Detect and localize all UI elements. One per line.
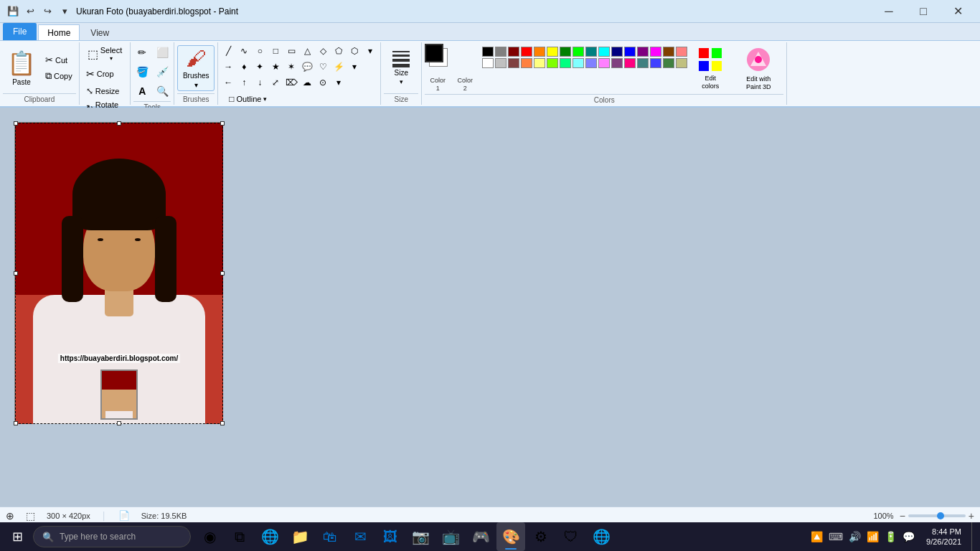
close-button[interactable]: ✕ [941, 0, 974, 23]
color1-box[interactable] [425, 44, 443, 62]
rect-shape[interactable]: □ [268, 44, 283, 58]
systray-up-arrow[interactable]: 🔼 [809, 529, 824, 544]
color-swatch[interactable] [508, 47, 519, 57]
color-swatch[interactable] [676, 58, 687, 68]
fill-tool[interactable]: 🪣 [133, 63, 151, 80]
color-swatch[interactable] [663, 47, 674, 57]
color-swatch[interactable] [611, 58, 623, 68]
taskbar-store[interactable]: 🛍 [316, 522, 344, 551]
curve-shape[interactable]: ∿ [237, 44, 251, 58]
systray-battery[interactable]: 🔋 [883, 529, 898, 544]
color-swatch[interactable] [637, 58, 649, 68]
color-swatch[interactable] [611, 47, 623, 57]
pentagon-shape[interactable]: ⬠ [331, 44, 346, 58]
taskbar-photos[interactable]: 🖼 [376, 522, 405, 551]
new-canvas-icon[interactable]: ⊕ [6, 510, 14, 522]
select-button[interactable]: ⬚ Select ▾ [83, 44, 128, 64]
save-qat-button[interactable]: 💾 [6, 4, 20, 19]
star4-shape[interactable]: ✦ [253, 60, 267, 74]
hexagon-shape[interactable]: ⬡ [347, 44, 362, 58]
picker-tool[interactable]: 💉 [154, 63, 171, 80]
color-swatch[interactable] [585, 58, 597, 68]
qat-dropdown-button[interactable]: ▾ [57, 4, 72, 19]
shapes-row3-more[interactable]: ▾ [331, 75, 346, 90]
paste-button[interactable]: 📋 Paste [3, 45, 40, 91]
cut-button[interactable]: ✂ Cut [42, 53, 76, 67]
zoom-track[interactable] [908, 514, 966, 517]
magnifier-tool[interactable]: 🔍 [154, 83, 171, 100]
taskbar-settings[interactable]: ⚙ [527, 522, 555, 551]
taskbar-explorer[interactable]: 📁 [286, 522, 314, 551]
star5-shape[interactable]: ★ [268, 60, 283, 74]
systray-volume[interactable]: 🔊 [847, 529, 862, 544]
tab-home[interactable]: Home [38, 24, 80, 40]
color-swatch[interactable] [598, 58, 610, 68]
4arrow-shape[interactable]: ⤢ [268, 75, 283, 90]
taskbar-defender[interactable]: 🛡 [557, 522, 585, 551]
color-swatch[interactable] [521, 58, 532, 68]
color-swatch[interactable] [482, 47, 494, 57]
color-swatch[interactable] [650, 47, 661, 57]
color-swatch[interactable] [624, 58, 636, 68]
tab-file[interactable]: File [3, 23, 37, 40]
color-swatch[interactable] [534, 47, 545, 57]
taskbar-xbox[interactable]: 🎮 [466, 522, 495, 551]
tab-view[interactable]: View [81, 24, 118, 40]
canvas-area[interactable]: https://buayaberdiri.blogspot.com/ [0, 108, 980, 507]
taskbar-movies[interactable]: 📺 [436, 522, 465, 551]
callout-shape[interactable]: 💬 [300, 60, 314, 74]
color-swatch[interactable] [573, 47, 584, 57]
downarrow-shape[interactable]: ↓ [253, 75, 267, 90]
star6-shape[interactable]: ✶ [284, 60, 298, 74]
resize-button[interactable]: ⤡ Resize [83, 84, 128, 98]
zoom-minus-button[interactable]: − [900, 510, 905, 522]
systray-notifications[interactable]: 💬 [901, 529, 916, 544]
text-tool[interactable]: A [133, 83, 151, 100]
color-swatch[interactable] [547, 47, 558, 57]
taskbar-clock[interactable]: 8:44 PM 9/26/2021 [920, 527, 967, 547]
color-swatch[interactable] [508, 58, 519, 68]
cloud-shape[interactable]: ☁ [300, 75, 314, 90]
color-swatch[interactable] [663, 58, 674, 68]
brushes-button[interactable]: 🖌 Brushes ▾ [177, 45, 215, 91]
color-swatch[interactable] [573, 58, 584, 68]
rounded-rect-shape[interactable]: ▭ [284, 44, 298, 58]
diamond2-shape[interactable]: ♦ [237, 60, 251, 74]
redo-qat-button[interactable]: ↪ [40, 4, 55, 19]
color-swatch[interactable] [585, 47, 597, 57]
undo-qat-button[interactable]: ↩ [23, 4, 37, 19]
cylinder-shape[interactable]: ⊙ [316, 75, 330, 90]
zoom-plus-button[interactable]: + [969, 510, 974, 522]
editwith-paint3d-button[interactable]: Edit withPaint 3D [733, 44, 783, 93]
taskbar-chrome[interactable]: 🌐 [587, 522, 616, 551]
taskbar-camera[interactable]: 📷 [406, 522, 435, 551]
color-swatch[interactable] [560, 58, 571, 68]
color-swatch[interactable] [495, 58, 507, 68]
pencil-tool[interactable]: ✏ [133, 44, 151, 61]
taskbar-search[interactable]: 🔍 Type here to search [33, 526, 191, 547]
maximize-button[interactable]: □ [907, 0, 940, 23]
show-desktop-button[interactable] [971, 522, 977, 551]
color-swatch[interactable] [598, 47, 610, 57]
color-swatch[interactable] [482, 58, 494, 68]
shapes-more[interactable]: ▾ [363, 44, 377, 58]
oval-shape[interactable]: ○ [253, 44, 267, 58]
taskbar-cortana[interactable]: ◉ [195, 522, 224, 551]
color-swatch[interactable] [560, 47, 571, 57]
color-swatch[interactable] [495, 47, 507, 57]
zoom-thumb[interactable] [937, 512, 944, 519]
systray-network[interactable]: 📶 [865, 529, 880, 544]
shapes-row2-more[interactable]: ▾ [347, 60, 362, 74]
color-swatch[interactable] [521, 47, 532, 57]
line-shape[interactable]: ╱ [221, 44, 235, 58]
diamond-shape[interactable]: ◇ [316, 44, 330, 58]
banner-shape[interactable]: ⌦ [284, 75, 298, 90]
color-swatch[interactable] [650, 58, 661, 68]
edit-colors-button[interactable]: Editcolors [692, 44, 729, 93]
copy-button[interactable]: ⧉ Copy [42, 69, 76, 83]
start-button[interactable]: ⊞ [3, 522, 32, 551]
taskbar-edge[interactable]: 🌐 [255, 522, 284, 551]
crop-button[interactable]: ✂ Crop [83, 67, 128, 81]
color-swatch[interactable] [676, 47, 687, 57]
color-swatch[interactable] [637, 47, 649, 57]
